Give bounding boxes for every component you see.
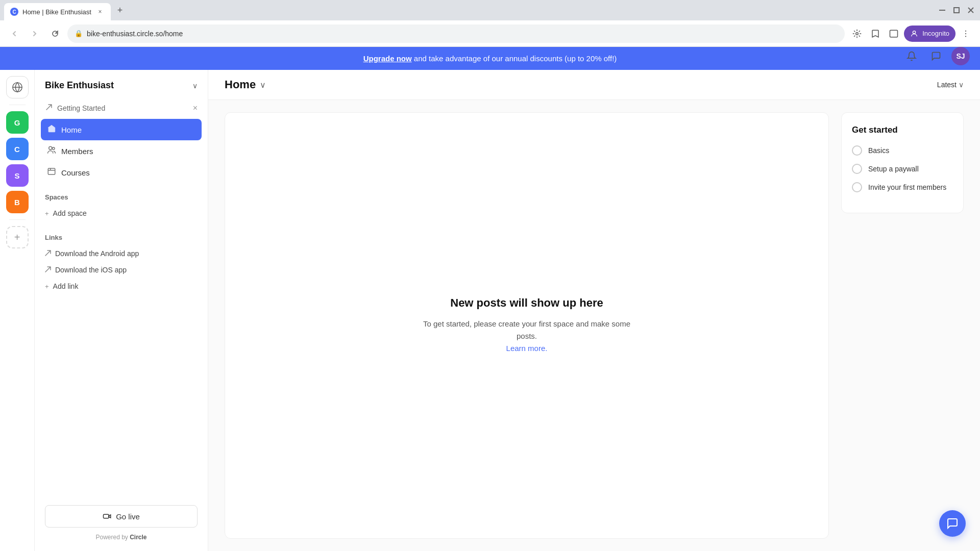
members-nav-icon xyxy=(47,145,56,157)
main-page-title: Home xyxy=(225,78,256,91)
svg-point-8 xyxy=(965,33,966,34)
toolbar-actions: Incognito xyxy=(849,26,974,42)
checklist-label-paywall: Setup a paywall xyxy=(868,165,919,173)
community-icon-g[interactable]: G xyxy=(6,111,29,134)
address-bar[interactable]: 🔒 bike-enthusiast.circle.so/home xyxy=(67,24,845,43)
android-app-link[interactable]: Download the Android app xyxy=(45,245,198,262)
tab-close-button[interactable]: × xyxy=(95,7,105,16)
reload-button[interactable] xyxy=(47,26,63,42)
forward-button[interactable] xyxy=(27,26,43,42)
get-started-card-title: Get started xyxy=(852,125,953,135)
ios-link-icon xyxy=(45,266,51,274)
sidebar-community-title: Bike Enthusiast xyxy=(45,80,114,91)
main-title-area: Home ∨ xyxy=(225,78,266,91)
rail-separator-2 xyxy=(9,219,26,220)
new-tab-button[interactable]: + xyxy=(113,3,127,17)
main-body: New posts will show up here To get start… xyxy=(208,100,980,551)
sidebar-bottom: Go live Powered by Circle xyxy=(35,495,208,551)
sidebar-header: Bike Enthusiast ∨ xyxy=(35,70,208,99)
links-section: Links Download the Android app Download … xyxy=(35,226,208,298)
checklist-radio-invite xyxy=(852,182,862,192)
getting-started-link[interactable]: Getting Started xyxy=(45,103,105,113)
sort-chevron-icon: ∨ xyxy=(959,81,964,89)
checklist-radio-basics xyxy=(852,145,862,156)
browser-tab[interactable]: C Home | Bike Enthusiast × xyxy=(4,3,111,20)
sidebar-nav-home[interactable]: Home xyxy=(41,119,202,140)
android-app-label: Download the Android app xyxy=(55,249,139,258)
incognito-button[interactable]: Incognito xyxy=(904,26,955,42)
community-icon-c[interactable]: C xyxy=(6,138,29,160)
incognito-label: Incognito xyxy=(922,30,949,37)
home-nav-icon xyxy=(47,124,56,135)
rail-separator xyxy=(9,105,26,105)
sidebar-chevron-icon[interactable]: ∨ xyxy=(192,82,198,90)
get-started-card: Get started Basics Setup a paywall xyxy=(841,112,964,213)
feed-empty-desc: To get started, please create your first… xyxy=(420,318,634,355)
tab-title: Home | Bike Enthusiast xyxy=(22,8,91,16)
address-lock-icon: 🔒 xyxy=(75,30,83,37)
add-link-button[interactable]: + Add link xyxy=(45,278,198,294)
sidebar-nav-members[interactable]: Members xyxy=(41,140,202,162)
add-link-icon: + xyxy=(45,283,49,290)
bookmark-icon[interactable] xyxy=(867,26,884,42)
sidebar: Bike Enthusiast ∨ Getting Started × xyxy=(35,70,208,551)
checklist-invite-members[interactable]: Invite your first members xyxy=(852,182,953,192)
browser-frame: C Home | Bike Enthusiast × + xyxy=(0,0,980,551)
browser-toolbar: 🔒 bike-enthusiast.circle.so/home Incogni… xyxy=(0,20,980,47)
get-started-sidebar: Get started Basics Setup a paywall xyxy=(841,112,964,539)
svg-point-9 xyxy=(965,36,966,37)
spaces-section-title: Spaces xyxy=(45,193,198,201)
add-community-button[interactable]: + xyxy=(6,226,29,248)
community-icon-s[interactable]: S xyxy=(6,164,29,187)
links-section-title: Links xyxy=(45,234,198,241)
svg-point-12 xyxy=(53,147,55,150)
window-minimize-button[interactable] xyxy=(937,5,947,15)
feed-empty-title: New posts will show up here xyxy=(450,296,603,310)
sort-dropdown[interactable]: Latest ∨ xyxy=(937,81,964,89)
add-space-label: Add space xyxy=(53,209,87,217)
add-link-label: Add link xyxy=(53,282,79,290)
sidebar-nav: Home Members Courses xyxy=(35,117,208,185)
upgrade-banner-text: and take advantage of our annual discoun… xyxy=(412,54,617,63)
feed-learn-more-link[interactable]: Learn more. xyxy=(506,344,548,353)
android-link-icon xyxy=(45,250,51,258)
window-maximize-button[interactable] xyxy=(951,5,962,15)
upgrade-banner: Upgrade now and take advantage of our an… xyxy=(0,47,980,70)
left-rail: G C S B + xyxy=(0,70,35,551)
global-nav-icon[interactable] xyxy=(6,76,29,98)
extension-icon[interactable] xyxy=(849,26,865,42)
getting-started-bar: Getting Started × xyxy=(35,99,208,117)
profile-switcher-icon[interactable] xyxy=(886,26,902,42)
svg-point-7 xyxy=(965,30,966,31)
svg-point-6 xyxy=(913,31,916,33)
ios-app-label: Download the iOS app xyxy=(55,266,127,274)
app-body: G C S B + Bike Enthusiast ∨ xyxy=(0,70,980,551)
community-icon-b[interactable]: B xyxy=(6,191,29,213)
members-nav-label: Members xyxy=(61,147,93,156)
add-space-button[interactable]: + Add space xyxy=(45,205,198,221)
checklist-basics[interactable]: Basics xyxy=(852,145,953,156)
upgrade-link[interactable]: Upgrade now xyxy=(363,54,412,63)
go-live-button[interactable]: Go live xyxy=(45,505,198,528)
getting-started-close-button[interactable]: × xyxy=(193,104,198,113)
getting-started-label: Getting Started xyxy=(57,104,105,112)
back-button[interactable] xyxy=(6,26,22,42)
checklist-label-invite: Invite your first members xyxy=(868,183,946,191)
chat-bubble-button[interactable] xyxy=(939,510,966,537)
sidebar-nav-courses[interactable]: Courses xyxy=(41,162,202,183)
window-close-button[interactable] xyxy=(966,5,976,15)
more-button[interactable] xyxy=(958,26,974,42)
main-title-chevron-icon[interactable]: ∨ xyxy=(260,80,266,90)
powered-by: Powered by Circle xyxy=(45,534,198,541)
checklist-paywall[interactable]: Setup a paywall xyxy=(852,164,953,174)
go-live-label: Go live xyxy=(116,512,140,521)
svg-rect-1 xyxy=(954,8,959,13)
getting-started-icon xyxy=(45,103,53,113)
address-url: bike-enthusiast.circle.so/home xyxy=(87,30,838,38)
add-space-icon: + xyxy=(45,210,49,217)
ios-app-link[interactable]: Download the iOS app xyxy=(45,262,198,278)
browser-titlebar: C Home | Bike Enthusiast × + xyxy=(0,0,980,20)
checklist-label-basics: Basics xyxy=(868,146,889,155)
svg-point-4 xyxy=(856,32,859,35)
svg-point-11 xyxy=(49,146,52,149)
